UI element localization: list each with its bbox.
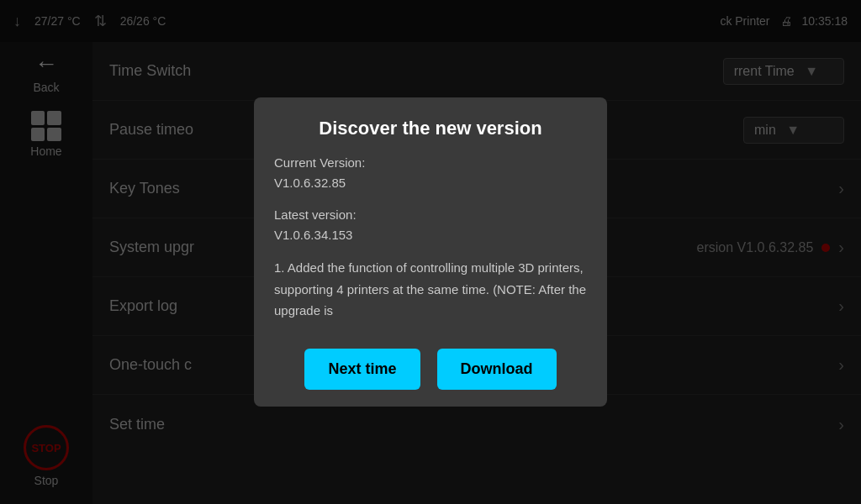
modal-title: Discover the new version <box>254 97 607 153</box>
download-button[interactable]: Download <box>437 349 557 390</box>
current-version-value: V1.0.6.32.85 <box>274 173 587 193</box>
current-version-label: Current Version: <box>274 153 587 173</box>
update-modal: Discover the new version Current Version… <box>254 97 607 407</box>
latest-version-value: V1.0.6.34.153 <box>274 225 587 245</box>
modal-body: Current Version: V1.0.6.32.85 Latest ver… <box>254 153 607 335</box>
modal-overlay: Discover the new version Current Version… <box>0 0 861 504</box>
update-notes: 1. Added the function of controlling mul… <box>274 257 587 322</box>
latest-version-section: Latest version: V1.0.6.34.153 <box>274 205 587 245</box>
next-time-button[interactable]: Next time <box>304 349 420 390</box>
modal-footer: Next time Download <box>254 335 607 407</box>
current-version-section: Current Version: V1.0.6.32.85 <box>274 153 587 193</box>
latest-version-label: Latest version: <box>274 205 587 225</box>
